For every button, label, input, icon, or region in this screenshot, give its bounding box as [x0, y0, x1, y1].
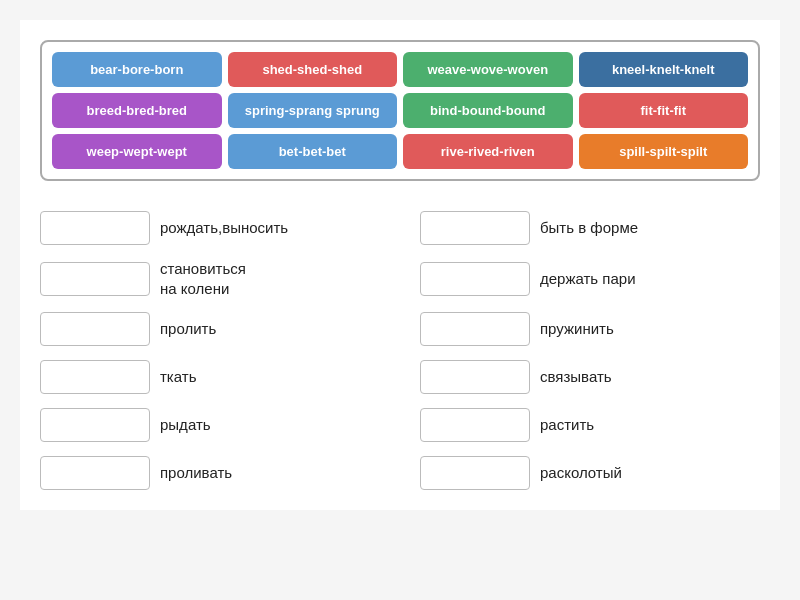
word-tile-kneel[interactable]: kneel-knelt-knelt	[579, 52, 749, 87]
match-row-right-1: держать пари	[420, 259, 760, 298]
word-tile-spill[interactable]: spill-spilt-spilt	[579, 134, 749, 169]
definition-right-5: расколотый	[540, 463, 622, 483]
definition-left-3: ткать	[160, 367, 196, 387]
word-tile-shed[interactable]: shed-shed-shed	[228, 52, 398, 87]
answer-box-right-5[interactable]	[420, 456, 530, 490]
answer-box-right-0[interactable]	[420, 211, 530, 245]
match-row-left-5: проливать	[40, 456, 380, 490]
word-tile-weep[interactable]: weep-wept-wept	[52, 134, 222, 169]
match-row-left-0: рождать,выносить	[40, 211, 380, 245]
word-tile-spring[interactable]: spring-sprang sprung	[228, 93, 398, 128]
match-row-left-3: ткать	[40, 360, 380, 394]
match-row-left-4: рыдать	[40, 408, 380, 442]
word-tile-rive[interactable]: rive-rived-riven	[403, 134, 573, 169]
answer-box-left-4[interactable]	[40, 408, 150, 442]
definition-left-2: пролить	[160, 319, 216, 339]
word-bank: bear-bore-bornshed-shed-shedweave-wove-w…	[40, 40, 760, 181]
main-container: bear-bore-bornshed-shed-shedweave-wove-w…	[20, 20, 780, 510]
definition-left-1: становиться на колени	[160, 259, 246, 298]
answer-box-left-5[interactable]	[40, 456, 150, 490]
match-row-right-3: связывать	[420, 360, 760, 394]
word-tile-breed[interactable]: breed-bred-bred	[52, 93, 222, 128]
word-tile-bind[interactable]: bind-bound-bound	[403, 93, 573, 128]
answer-box-left-0[interactable]	[40, 211, 150, 245]
match-row-right-2: пружинить	[420, 312, 760, 346]
definition-left-4: рыдать	[160, 415, 211, 435]
definition-left-0: рождать,выносить	[160, 218, 288, 238]
answer-box-right-4[interactable]	[420, 408, 530, 442]
match-row-right-0: быть в форме	[420, 211, 760, 245]
word-tile-bear[interactable]: bear-bore-born	[52, 52, 222, 87]
definition-right-4: растить	[540, 415, 594, 435]
answer-box-right-3[interactable]	[420, 360, 530, 394]
answer-box-right-2[interactable]	[420, 312, 530, 346]
word-tile-weave[interactable]: weave-wove-woven	[403, 52, 573, 87]
answer-box-left-1[interactable]	[40, 262, 150, 296]
match-grid: рождать,выноситьбыть в форместановиться …	[40, 211, 760, 490]
match-row-left-1: становиться на колени	[40, 259, 380, 298]
definition-right-1: держать пари	[540, 269, 636, 289]
definition-right-0: быть в форме	[540, 218, 638, 238]
answer-box-left-3[interactable]	[40, 360, 150, 394]
word-tile-fit[interactable]: fit-fit-fit	[579, 93, 749, 128]
match-row-right-4: растить	[420, 408, 760, 442]
definition-left-5: проливать	[160, 463, 232, 483]
match-row-left-2: пролить	[40, 312, 380, 346]
answer-box-right-1[interactable]	[420, 262, 530, 296]
word-tile-bet[interactable]: bet-bet-bet	[228, 134, 398, 169]
definition-right-2: пружинить	[540, 319, 614, 339]
definition-right-3: связывать	[540, 367, 612, 387]
match-row-right-5: расколотый	[420, 456, 760, 490]
answer-box-left-2[interactable]	[40, 312, 150, 346]
